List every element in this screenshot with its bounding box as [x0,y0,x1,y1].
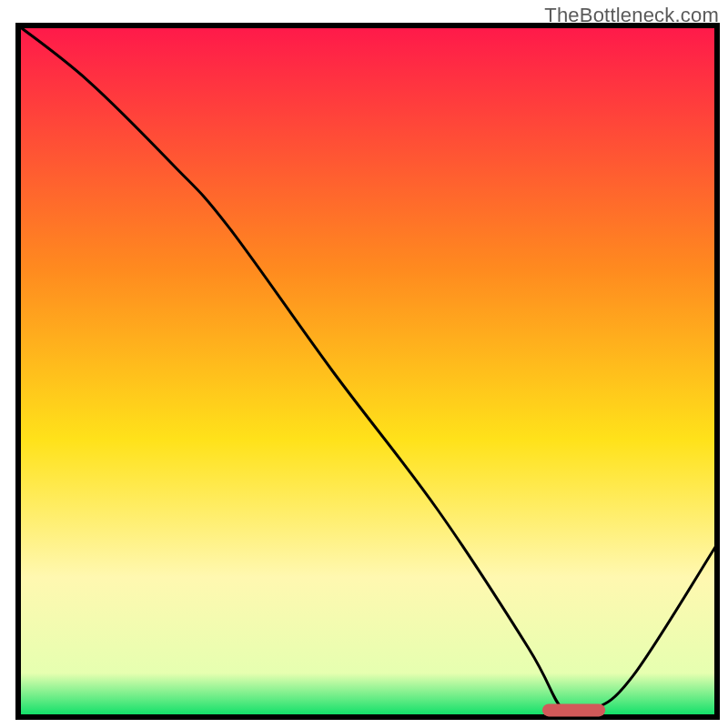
optimal-marker [542,703,605,716]
chart-background [21,28,714,714]
chart-container: TheBottleneck.com [0,0,728,728]
bottleneck-chart [0,0,728,728]
watermark-label: TheBottleneck.com [544,4,719,27]
